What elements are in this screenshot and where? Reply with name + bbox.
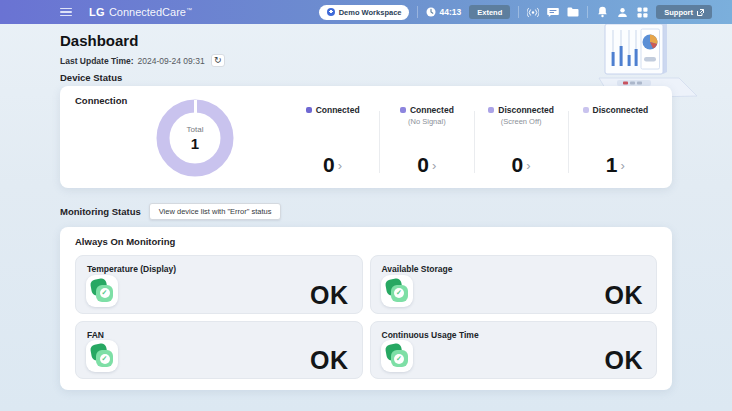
last-update-value: 2024-09-24 09:31 bbox=[138, 56, 205, 66]
ok-status-icon: ✓ bbox=[86, 275, 118, 307]
always-on-monitoring-card: Always On Monitoring Temperature (Displa… bbox=[60, 227, 672, 390]
external-link-icon bbox=[697, 9, 704, 16]
page-title: Dashboard bbox=[60, 32, 138, 49]
logo-lg: LG bbox=[89, 6, 105, 18]
check-icon: ✓ bbox=[394, 288, 404, 298]
donut-total-label: Total bbox=[187, 125, 204, 134]
check-icon: ✓ bbox=[394, 354, 404, 364]
status-label: Connected bbox=[410, 105, 454, 115]
logo-name: ConnectedCare bbox=[109, 6, 186, 18]
status-disconnected-screen-off: Disconnected (Screen Off) 0 › bbox=[475, 105, 568, 175]
connection-card: Connection Total 1 Connected 0 › bbox=[60, 86, 672, 188]
folder-icon[interactable] bbox=[567, 6, 579, 18]
status-sublabel: (No Signal) bbox=[408, 117, 446, 127]
chevron-right-icon: › bbox=[338, 158, 342, 172]
legend-dot-screen-off bbox=[488, 107, 494, 113]
status-label: Disconnected bbox=[593, 105, 649, 115]
tile-available-storage: Available Storage ✓ OK bbox=[370, 255, 658, 314]
app-logo: LG ConnectedCare ™ bbox=[89, 6, 192, 18]
notification-bell-icon[interactable] bbox=[596, 6, 608, 18]
connection-card-title: Connection bbox=[75, 95, 127, 106]
apps-grid-icon[interactable] bbox=[636, 6, 648, 18]
support-label: Support bbox=[664, 8, 693, 17]
status-no-signal-count-link[interactable]: 0 › bbox=[417, 154, 436, 175]
status-label: Disconnected bbox=[498, 105, 554, 115]
donut-center: Total 1 bbox=[156, 99, 234, 177]
status-disconnected-count-link[interactable]: 1 › bbox=[606, 154, 625, 175]
chevron-right-icon: › bbox=[526, 158, 530, 172]
extend-button[interactable]: Extend bbox=[469, 5, 510, 19]
chevron-right-icon: › bbox=[432, 158, 436, 172]
session-timer-value: 44:13 bbox=[439, 7, 461, 17]
status-connected-no-signal: Connected (No Signal) 0 › bbox=[380, 105, 473, 175]
tile-continuous-usage-time: Continuous Usage Time ✓ OK bbox=[370, 321, 658, 380]
legend-dot-no-signal bbox=[400, 107, 406, 113]
session-timer: 44:13 bbox=[426, 7, 461, 17]
topbar-divider bbox=[518, 6, 519, 18]
chat-icon[interactable] bbox=[547, 6, 559, 18]
user-icon[interactable] bbox=[616, 6, 628, 18]
legend-dot-disconnected bbox=[583, 107, 589, 113]
status-value: OK bbox=[310, 348, 349, 373]
donut-total-value: 1 bbox=[191, 135, 199, 152]
legend-dot-connected bbox=[306, 107, 312, 113]
last-update-row: Last Update Time: 2024-09-24 09:31 ↻ bbox=[60, 54, 225, 67]
device-status-section-title: Device Status bbox=[60, 72, 122, 83]
last-update-label: Last Update Time: bbox=[60, 56, 134, 66]
status-connected-count-link[interactable]: 0 › bbox=[323, 154, 342, 175]
workspace-icon bbox=[327, 8, 335, 16]
ok-status-icon: ✓ bbox=[381, 275, 413, 307]
workspace-label: Demo Workspace bbox=[339, 8, 402, 17]
tile-fan: FAN ✓ OK bbox=[75, 321, 363, 380]
lg-connectedcare-dashboard: LG ConnectedCare ™ Demo Workspace 44:13 … bbox=[0, 0, 732, 411]
topbar: LG ConnectedCare ™ Demo Workspace 44:13 … bbox=[0, 0, 732, 24]
always-on-monitoring-title: Always On Monitoring bbox=[75, 236, 175, 247]
ok-status-icon: ✓ bbox=[86, 340, 118, 372]
status-screen-off-count-link[interactable]: 0 › bbox=[512, 154, 531, 175]
check-icon: ✓ bbox=[100, 354, 110, 364]
workspace-button[interactable]: Demo Workspace bbox=[319, 5, 410, 20]
refresh-button[interactable]: ↻ bbox=[211, 54, 225, 67]
check-icon: ✓ bbox=[100, 288, 110, 298]
broadcast-icon[interactable] bbox=[527, 6, 539, 18]
status-sublabel: (Screen Off) bbox=[501, 117, 542, 127]
monitoring-status-header: Monitoring Status View device list with … bbox=[60, 203, 281, 220]
menu-icon[interactable] bbox=[60, 8, 72, 17]
ok-status-icon: ✓ bbox=[381, 340, 413, 372]
support-button[interactable]: Support bbox=[656, 5, 712, 19]
logo-trademark: ™ bbox=[186, 7, 192, 13]
connection-donut-chart: Total 1 bbox=[156, 99, 234, 177]
topbar-divider bbox=[417, 6, 418, 18]
status-value: OK bbox=[605, 283, 644, 308]
status-label: Connected bbox=[316, 105, 360, 115]
status-disconnected: Disconnected 1 › bbox=[569, 105, 662, 175]
topbar-divider bbox=[587, 6, 588, 18]
connection-status-legend: Connected 0 › Connected (No Signal) 0 › bbox=[286, 105, 662, 175]
monitoring-tiles-grid: Temperature (Display) ✓ OK Available Sto… bbox=[75, 255, 657, 379]
chevron-right-icon: › bbox=[621, 158, 625, 172]
monitoring-section-title: Monitoring Status bbox=[60, 206, 141, 217]
status-connected: Connected 0 › bbox=[286, 105, 379, 175]
status-value: OK bbox=[310, 283, 349, 308]
view-error-device-list-button[interactable]: View device list with "Error" status bbox=[149, 203, 282, 220]
status-value: OK bbox=[605, 348, 644, 373]
clock-icon bbox=[426, 7, 436, 17]
tile-temperature-display: Temperature (Display) ✓ OK bbox=[75, 255, 363, 314]
